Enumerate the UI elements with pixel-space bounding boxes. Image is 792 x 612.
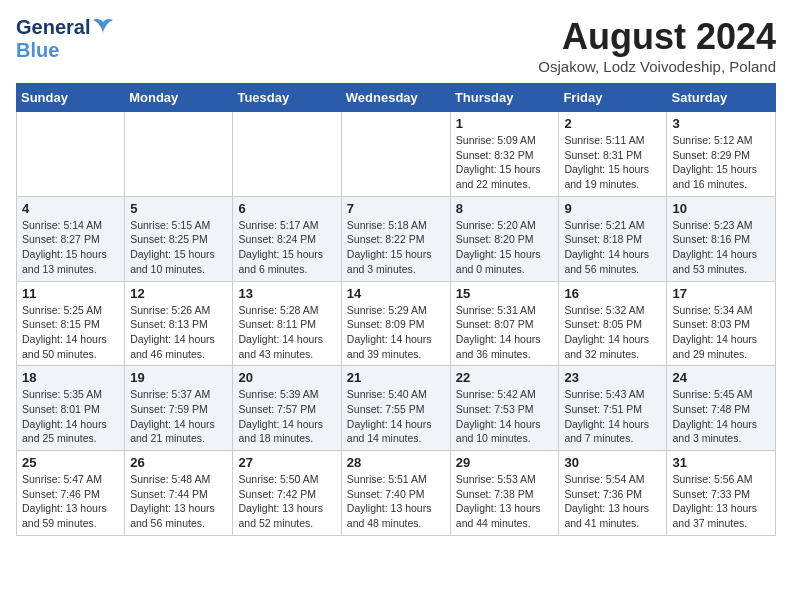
day-info: Sunrise: 5:25 AM Sunset: 8:15 PM Dayligh… — [22, 303, 119, 362]
day-number: 1 — [456, 116, 554, 131]
logo: General Blue — [16, 16, 114, 62]
calendar-week-row: 18Sunrise: 5:35 AM Sunset: 8:01 PM Dayli… — [17, 366, 776, 451]
day-info: Sunrise: 5:37 AM Sunset: 7:59 PM Dayligh… — [130, 387, 227, 446]
day-info: Sunrise: 5:09 AM Sunset: 8:32 PM Dayligh… — [456, 133, 554, 192]
calendar-day-cell: 21Sunrise: 5:40 AM Sunset: 7:55 PM Dayli… — [341, 366, 450, 451]
day-info: Sunrise: 5:20 AM Sunset: 8:20 PM Dayligh… — [456, 218, 554, 277]
day-info: Sunrise: 5:32 AM Sunset: 8:05 PM Dayligh… — [564, 303, 661, 362]
calendar-day-cell: 10Sunrise: 5:23 AM Sunset: 8:16 PM Dayli… — [667, 196, 776, 281]
calendar-day-cell — [341, 112, 450, 197]
day-info: Sunrise: 5:14 AM Sunset: 8:27 PM Dayligh… — [22, 218, 119, 277]
day-info: Sunrise: 5:50 AM Sunset: 7:42 PM Dayligh… — [238, 472, 335, 531]
calendar-day-cell: 15Sunrise: 5:31 AM Sunset: 8:07 PM Dayli… — [450, 281, 559, 366]
day-number: 23 — [564, 370, 661, 385]
day-number: 18 — [22, 370, 119, 385]
calendar-day-cell: 11Sunrise: 5:25 AM Sunset: 8:15 PM Dayli… — [17, 281, 125, 366]
day-number: 30 — [564, 455, 661, 470]
day-info: Sunrise: 5:45 AM Sunset: 7:48 PM Dayligh… — [672, 387, 770, 446]
logo-bird-icon — [92, 18, 114, 38]
day-number: 7 — [347, 201, 445, 216]
day-number: 9 — [564, 201, 661, 216]
calendar-day-cell: 18Sunrise: 5:35 AM Sunset: 8:01 PM Dayli… — [17, 366, 125, 451]
calendar-header-row: SundayMondayTuesdayWednesdayThursdayFrid… — [17, 84, 776, 112]
calendar-day-cell: 28Sunrise: 5:51 AM Sunset: 7:40 PM Dayli… — [341, 451, 450, 536]
day-info: Sunrise: 5:56 AM Sunset: 7:33 PM Dayligh… — [672, 472, 770, 531]
day-info: Sunrise: 5:15 AM Sunset: 8:25 PM Dayligh… — [130, 218, 227, 277]
calendar-week-row: 1Sunrise: 5:09 AM Sunset: 8:32 PM Daylig… — [17, 112, 776, 197]
logo-blue-text: Blue — [16, 39, 59, 62]
day-number: 29 — [456, 455, 554, 470]
day-of-week-header: Sunday — [17, 84, 125, 112]
day-info: Sunrise: 5:43 AM Sunset: 7:51 PM Dayligh… — [564, 387, 661, 446]
day-number: 4 — [22, 201, 119, 216]
day-number: 20 — [238, 370, 335, 385]
day-number: 19 — [130, 370, 227, 385]
day-of-week-header: Friday — [559, 84, 667, 112]
calendar-day-cell: 25Sunrise: 5:47 AM Sunset: 7:46 PM Dayli… — [17, 451, 125, 536]
day-number: 25 — [22, 455, 119, 470]
calendar-day-cell: 29Sunrise: 5:53 AM Sunset: 7:38 PM Dayli… — [450, 451, 559, 536]
day-number: 24 — [672, 370, 770, 385]
calendar-day-cell: 23Sunrise: 5:43 AM Sunset: 7:51 PM Dayli… — [559, 366, 667, 451]
calendar-day-cell: 7Sunrise: 5:18 AM Sunset: 8:22 PM Daylig… — [341, 196, 450, 281]
day-info: Sunrise: 5:35 AM Sunset: 8:01 PM Dayligh… — [22, 387, 119, 446]
calendar-day-cell: 4Sunrise: 5:14 AM Sunset: 8:27 PM Daylig… — [17, 196, 125, 281]
day-info: Sunrise: 5:31 AM Sunset: 8:07 PM Dayligh… — [456, 303, 554, 362]
day-info: Sunrise: 5:39 AM Sunset: 7:57 PM Dayligh… — [238, 387, 335, 446]
calendar-week-row: 25Sunrise: 5:47 AM Sunset: 7:46 PM Dayli… — [17, 451, 776, 536]
calendar-table: SundayMondayTuesdayWednesdayThursdayFrid… — [16, 83, 776, 536]
calendar-day-cell: 1Sunrise: 5:09 AM Sunset: 8:32 PM Daylig… — [450, 112, 559, 197]
day-info: Sunrise: 5:11 AM Sunset: 8:31 PM Dayligh… — [564, 133, 661, 192]
calendar-week-row: 11Sunrise: 5:25 AM Sunset: 8:15 PM Dayli… — [17, 281, 776, 366]
day-info: Sunrise: 5:17 AM Sunset: 8:24 PM Dayligh… — [238, 218, 335, 277]
day-of-week-header: Thursday — [450, 84, 559, 112]
day-info: Sunrise: 5:12 AM Sunset: 8:29 PM Dayligh… — [672, 133, 770, 192]
calendar-day-cell: 27Sunrise: 5:50 AM Sunset: 7:42 PM Dayli… — [233, 451, 341, 536]
day-info: Sunrise: 5:26 AM Sunset: 8:13 PM Dayligh… — [130, 303, 227, 362]
calendar-day-cell — [125, 112, 233, 197]
calendar-day-cell: 8Sunrise: 5:20 AM Sunset: 8:20 PM Daylig… — [450, 196, 559, 281]
day-number: 13 — [238, 286, 335, 301]
day-number: 28 — [347, 455, 445, 470]
day-info: Sunrise: 5:18 AM Sunset: 8:22 PM Dayligh… — [347, 218, 445, 277]
calendar-day-cell: 2Sunrise: 5:11 AM Sunset: 8:31 PM Daylig… — [559, 112, 667, 197]
day-number: 21 — [347, 370, 445, 385]
day-info: Sunrise: 5:21 AM Sunset: 8:18 PM Dayligh… — [564, 218, 661, 277]
day-number: 14 — [347, 286, 445, 301]
calendar-day-cell: 26Sunrise: 5:48 AM Sunset: 7:44 PM Dayli… — [125, 451, 233, 536]
day-number: 11 — [22, 286, 119, 301]
location-subtitle: Osjakow, Lodz Voivodeship, Poland — [538, 58, 776, 75]
day-number: 5 — [130, 201, 227, 216]
day-of-week-header: Wednesday — [341, 84, 450, 112]
calendar-week-row: 4Sunrise: 5:14 AM Sunset: 8:27 PM Daylig… — [17, 196, 776, 281]
day-number: 6 — [238, 201, 335, 216]
day-number: 8 — [456, 201, 554, 216]
day-number: 10 — [672, 201, 770, 216]
day-number: 17 — [672, 286, 770, 301]
day-info: Sunrise: 5:34 AM Sunset: 8:03 PM Dayligh… — [672, 303, 770, 362]
title-block: August 2024 Osjakow, Lodz Voivodeship, P… — [538, 16, 776, 75]
day-info: Sunrise: 5:29 AM Sunset: 8:09 PM Dayligh… — [347, 303, 445, 362]
day-of-week-header: Monday — [125, 84, 233, 112]
day-number: 2 — [564, 116, 661, 131]
day-number: 12 — [130, 286, 227, 301]
calendar-day-cell: 13Sunrise: 5:28 AM Sunset: 8:11 PM Dayli… — [233, 281, 341, 366]
day-info: Sunrise: 5:51 AM Sunset: 7:40 PM Dayligh… — [347, 472, 445, 531]
calendar-day-cell: 17Sunrise: 5:34 AM Sunset: 8:03 PM Dayli… — [667, 281, 776, 366]
calendar-day-cell: 5Sunrise: 5:15 AM Sunset: 8:25 PM Daylig… — [125, 196, 233, 281]
calendar-day-cell: 22Sunrise: 5:42 AM Sunset: 7:53 PM Dayli… — [450, 366, 559, 451]
calendar-day-cell: 9Sunrise: 5:21 AM Sunset: 8:18 PM Daylig… — [559, 196, 667, 281]
day-number: 22 — [456, 370, 554, 385]
day-number: 15 — [456, 286, 554, 301]
calendar-day-cell: 6Sunrise: 5:17 AM Sunset: 8:24 PM Daylig… — [233, 196, 341, 281]
calendar-day-cell: 3Sunrise: 5:12 AM Sunset: 8:29 PM Daylig… — [667, 112, 776, 197]
calendar-day-cell: 31Sunrise: 5:56 AM Sunset: 7:33 PM Dayli… — [667, 451, 776, 536]
day-number: 3 — [672, 116, 770, 131]
day-info: Sunrise: 5:53 AM Sunset: 7:38 PM Dayligh… — [456, 472, 554, 531]
month-year-title: August 2024 — [538, 16, 776, 58]
calendar-day-cell: 24Sunrise: 5:45 AM Sunset: 7:48 PM Dayli… — [667, 366, 776, 451]
day-number: 31 — [672, 455, 770, 470]
day-info: Sunrise: 5:40 AM Sunset: 7:55 PM Dayligh… — [347, 387, 445, 446]
calendar-day-cell — [17, 112, 125, 197]
calendar-day-cell: 16Sunrise: 5:32 AM Sunset: 8:05 PM Dayli… — [559, 281, 667, 366]
